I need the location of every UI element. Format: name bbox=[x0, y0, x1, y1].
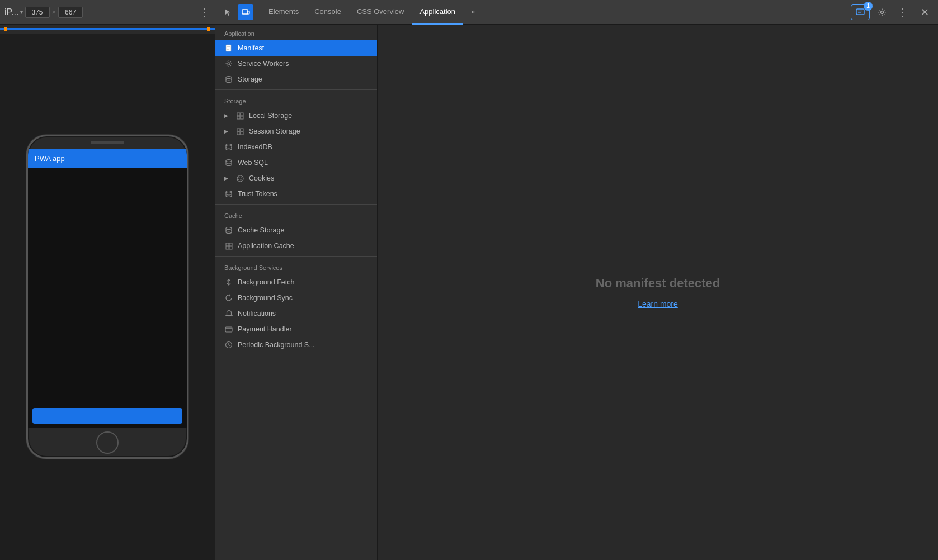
learn-more-link[interactable]: Learn more bbox=[638, 300, 678, 309]
vertical-dots-icon: ⋮ bbox=[897, 6, 907, 18]
width-input[interactable] bbox=[25, 7, 50, 18]
toolbar-left: iP... ▾ × ⋮ bbox=[0, 6, 215, 18]
close-button[interactable]: ✕ bbox=[917, 4, 932, 20]
messages-button[interactable]: 1 bbox=[851, 4, 870, 20]
sidebar-item-payment-handler[interactable]: Payment Handler bbox=[215, 321, 377, 337]
phone-frame: PWA app bbox=[26, 135, 188, 459]
sidebar-item-background-sync[interactable]: Background Sync bbox=[215, 290, 377, 306]
sidebar-item-manifest[interactable]: Manifest bbox=[215, 40, 377, 56]
timeline-bar bbox=[0, 25, 215, 34]
svg-point-23 bbox=[238, 177, 239, 178]
sidebar-item-web-sql[interactable]: Web SQL bbox=[215, 155, 377, 170]
svg-line-38 bbox=[229, 345, 230, 346]
application-cache-label: Application Cache bbox=[238, 242, 368, 250]
timeline-marker-left bbox=[4, 27, 7, 31]
cache-storage-label: Cache Storage bbox=[238, 226, 368, 234]
toolbar-more-button[interactable]: ⋮ bbox=[199, 6, 210, 18]
file-icon bbox=[224, 44, 233, 53]
device-selector[interactable]: iP... ▾ bbox=[4, 7, 23, 17]
storage-main-label: Storage bbox=[238, 75, 368, 83]
timeline-progress bbox=[0, 28, 215, 30]
pointer-tool-button[interactable] bbox=[220, 4, 235, 20]
toolbar-right: 1 ⋮ ✕ bbox=[845, 4, 938, 20]
svg-rect-12 bbox=[237, 113, 240, 116]
toolbar: iP... ▾ × ⋮ Elements Console CSS Overvie… bbox=[0, 0, 938, 25]
svg-rect-18 bbox=[237, 132, 240, 135]
phone-preview-panel: PWA app bbox=[0, 25, 215, 560]
sidebar-item-notifications[interactable]: Notifications bbox=[215, 306, 377, 321]
indexed-db-label: IndexedDB bbox=[238, 143, 368, 151]
phone-container: PWA app bbox=[15, 34, 200, 560]
trust-tokens-label: Trust Tokens bbox=[238, 190, 368, 198]
local-storage-label: Local Storage bbox=[249, 112, 368, 120]
svg-rect-19 bbox=[241, 132, 243, 135]
tab-css-overview[interactable]: CSS Overview bbox=[349, 0, 412, 25]
svg-point-26 bbox=[238, 179, 239, 180]
arrow-right-icon-3: ▶ bbox=[224, 175, 231, 181]
database-icon bbox=[224, 75, 233, 84]
sidebar-item-indexed-db[interactable]: IndexedDB bbox=[215, 139, 377, 155]
session-storage-label: Session Storage bbox=[249, 127, 368, 135]
height-input[interactable] bbox=[58, 7, 83, 18]
sidebar-item-local-storage[interactable]: ▶ Local Storage bbox=[215, 108, 377, 124]
more-options-button[interactable]: ⋮ bbox=[894, 4, 910, 20]
tab-elements[interactable]: Elements bbox=[261, 0, 307, 25]
timeline-marker-right bbox=[207, 27, 210, 31]
no-manifest-title: No manifest detected bbox=[596, 276, 720, 291]
svg-rect-32 bbox=[229, 246, 232, 249]
svg-rect-15 bbox=[241, 116, 243, 119]
app-bottom-bar bbox=[32, 408, 182, 424]
sidebar-section-application: Application bbox=[215, 25, 377, 40]
svg-point-11 bbox=[226, 77, 232, 79]
phone-home-button[interactable] bbox=[96, 431, 119, 454]
chevron-down-icon: ▾ bbox=[20, 9, 23, 15]
responsive-tool-button[interactable] bbox=[238, 4, 253, 20]
tab-application[interactable]: Application bbox=[412, 0, 463, 25]
divider-2 bbox=[215, 204, 377, 205]
sidebar-section-bg-services: Background Services bbox=[215, 259, 377, 274]
sidebar-item-application-cache[interactable]: Application Cache bbox=[215, 238, 377, 254]
manifest-label: Manifest bbox=[238, 44, 368, 52]
bell-icon bbox=[224, 309, 233, 318]
svg-rect-16 bbox=[237, 129, 240, 131]
notifications-label: Notifications bbox=[238, 310, 368, 317]
grid-icon-appcache bbox=[224, 241, 233, 250]
sidebar-section-storage: Storage bbox=[215, 92, 377, 108]
svg-point-27 bbox=[226, 191, 232, 193]
svg-point-21 bbox=[226, 160, 232, 162]
cookie-icon bbox=[235, 174, 244, 183]
messages-badge: 1 bbox=[864, 2, 873, 11]
card-icon bbox=[224, 325, 233, 334]
svg-rect-17 bbox=[241, 129, 243, 131]
tab-console[interactable]: Console bbox=[307, 0, 349, 25]
svg-point-28 bbox=[226, 227, 232, 230]
sidebar-item-background-fetch[interactable]: Background Fetch bbox=[215, 274, 377, 290]
service-workers-label: Service Workers bbox=[238, 60, 368, 68]
sidebar-item-service-workers[interactable]: Service Workers bbox=[215, 56, 377, 72]
app-header: PWA app bbox=[28, 149, 187, 168]
svg-rect-31 bbox=[226, 246, 229, 249]
sidebar-item-periodic-background[interactable]: Periodic Background S... bbox=[215, 337, 377, 353]
svg-point-20 bbox=[226, 144, 232, 146]
sidebar-item-storage-main[interactable]: Storage bbox=[215, 72, 377, 87]
svg-point-22 bbox=[237, 175, 243, 182]
grid-icon-session bbox=[235, 127, 244, 136]
db-icon-websql bbox=[224, 158, 233, 167]
sidebar-item-cookies[interactable]: ▶ Cookies bbox=[215, 170, 377, 186]
svg-point-25 bbox=[240, 179, 241, 180]
sync-icon bbox=[224, 293, 233, 302]
settings-button[interactable] bbox=[874, 4, 890, 20]
sidebar-item-trust-tokens[interactable]: Trust Tokens bbox=[215, 186, 377, 202]
tab-more[interactable]: » bbox=[463, 0, 483, 25]
main-area: PWA app Application bbox=[0, 25, 938, 560]
arrow-right-icon-2: ▶ bbox=[224, 129, 231, 134]
gear-icon bbox=[224, 59, 233, 68]
svg-point-10 bbox=[228, 63, 230, 65]
main-content: No manifest detected Learn more bbox=[378, 25, 938, 560]
svg-rect-13 bbox=[241, 113, 243, 116]
svg-rect-34 bbox=[225, 327, 232, 332]
sidebar-item-cache-storage[interactable]: Cache Storage bbox=[215, 222, 377, 238]
sidebar: Application Manifest Service Workers bbox=[215, 25, 378, 560]
arrow-right-icon: ▶ bbox=[224, 113, 231, 118]
sidebar-item-session-storage[interactable]: ▶ Session Storage bbox=[215, 124, 377, 139]
